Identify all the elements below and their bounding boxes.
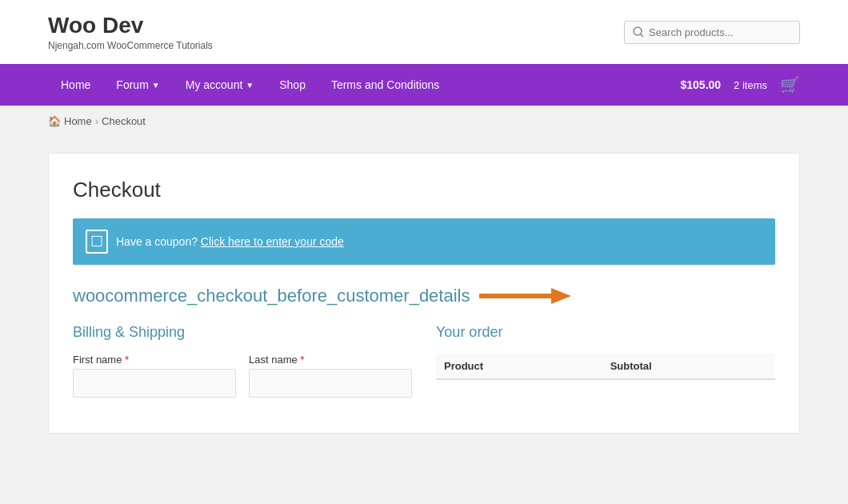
checkout-title: Checkout [73, 178, 775, 202]
site-header: Woo Dev Njengah.com WooCommerce Tutorial… [0, 0, 848, 64]
arrow-icon [479, 284, 575, 308]
coupon-link[interactable]: Click here to enter your code [201, 235, 344, 248]
cart-price: $105.00 [680, 78, 721, 91]
breadcrumb: 🏠 Home › Checkout [0, 106, 848, 137]
breadcrumb-home-link[interactable]: Home [64, 115, 92, 127]
cart-summary: $105.00 2 items 🛒 [680, 75, 800, 94]
first-name-label: First name * [73, 354, 236, 366]
nav-left: Home Forum ▼ My account ▼ Shop Terms and… [48, 64, 452, 106]
svg-point-0 [634, 27, 642, 35]
breadcrumb-separator: › [95, 115, 98, 127]
billing-title: Billing & Shipping [73, 324, 412, 341]
last-name-required: * [300, 354, 304, 366]
checkout-card: Checkout ☐ Have a coupon? Click here to … [48, 153, 800, 434]
coupon-icon: ☐ [86, 230, 108, 254]
order-section: Your order Product Subtotal [436, 324, 775, 409]
first-name-required: * [125, 354, 129, 366]
site-title: Woo Dev [48, 13, 213, 38]
product-col-header: Product [436, 354, 602, 379]
cart-icon[interactable]: 🛒 [780, 75, 800, 94]
main-nav: Home Forum ▼ My account ▼ Shop Terms and… [0, 64, 848, 106]
order-title: Your order [436, 324, 775, 341]
search-icon [633, 26, 644, 38]
nav-item-shop[interactable]: Shop [266, 64, 318, 106]
search-input[interactable] [649, 26, 791, 38]
checkout-columns: Billing & Shipping First name * Last nam… [73, 324, 775, 409]
coupon-text: Have a coupon? Click here to enter your … [116, 235, 344, 248]
last-name-input[interactable] [249, 369, 412, 398]
search-bar[interactable] [624, 21, 800, 44]
svg-marker-3 [551, 288, 571, 304]
subtotal-col-header: Subtotal [602, 354, 775, 379]
breadcrumb-current: Checkout [102, 115, 146, 127]
billing-section: Billing & Shipping First name * Last nam… [73, 324, 412, 409]
myaccount-chevron-icon: ▼ [246, 81, 254, 90]
last-name-group: Last name * [249, 354, 412, 398]
first-name-group: First name * [73, 354, 236, 398]
site-subtitle: Njengah.com WooCommerce Tutorials [48, 40, 213, 51]
nav-item-myaccount[interactable]: My account ▼ [173, 64, 267, 106]
coupon-banner: ☐ Have a coupon? Click here to enter you… [73, 218, 775, 265]
order-table: Product Subtotal [436, 354, 775, 380]
forum-chevron-icon: ▼ [152, 81, 160, 90]
nav-item-home[interactable]: Home [48, 64, 103, 106]
svg-line-1 [641, 34, 643, 37]
cart-item-count: 2 items [734, 79, 767, 91]
hook-label: woocommerce_checkout_before_customer_det… [73, 284, 775, 308]
last-name-label: Last name * [249, 354, 412, 366]
logo: Woo Dev Njengah.com WooCommerce Tutorial… [48, 13, 213, 51]
nav-item-forum[interactable]: Forum ▼ [103, 64, 172, 106]
home-icon: 🏠 [48, 115, 61, 127]
nav-item-terms[interactable]: Terms and Conditions [318, 64, 452, 106]
first-name-input[interactable] [73, 369, 236, 398]
name-row: First name * Last name * [73, 354, 412, 409]
main-content: Checkout ☐ Have a coupon? Click here to … [0, 137, 848, 466]
